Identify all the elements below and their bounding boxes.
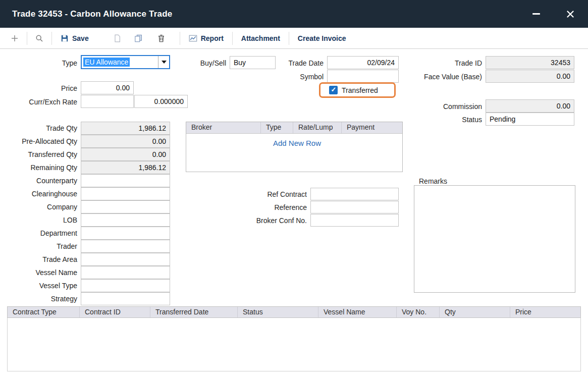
broker-conf-no-field[interactable] (310, 214, 399, 227)
contract-id-col-header: Contract ID (80, 307, 150, 317)
trade-form: Type EU Allowance Buy/Sell Buy Trade Dat… (0, 49, 588, 378)
lob-label: LOB (0, 215, 77, 225)
trade-id-label: Trade ID (404, 59, 482, 68)
transferred-checkbox[interactable] (329, 86, 338, 94)
remaining-qty-field: 1,986.12 (81, 161, 170, 174)
close-button[interactable] (565, 9, 576, 20)
save-label: Save (72, 34, 89, 42)
save-icon (61, 34, 69, 42)
minimize-icon (532, 13, 540, 15)
trash-icon (157, 34, 165, 42)
trade-area-field[interactable] (81, 253, 170, 266)
ref-contract-label: Ref Contract (212, 190, 307, 199)
company-field[interactable] (81, 200, 170, 213)
copy-button[interactable] (131, 32, 146, 45)
company-label: Company (0, 202, 77, 211)
vessel-name-col-header: Vessel Name (318, 307, 397, 317)
add-button[interactable] (7, 32, 22, 45)
toolbar-separator (289, 32, 289, 45)
contracts-table-header: Contract Type Contract ID Transferred Da… (7, 306, 581, 318)
clearinghouse-field[interactable] (81, 187, 170, 200)
price-col-header: Price (510, 307, 580, 317)
broker-table-header: Broker Type Rate/Lump Payment (186, 122, 402, 134)
transferred-highlight-ring: Transferred (319, 82, 396, 98)
plus-icon (11, 34, 19, 42)
window-title: Trade 32453 - Carbon Allowance Trade (12, 9, 172, 19)
vessel-type-label: Vessel Type (0, 281, 77, 290)
pre-allocated-qty-label: Pre-Allocated Qty (0, 137, 77, 146)
strategy-field[interactable] (81, 292, 170, 305)
remarks-textarea[interactable] (414, 185, 575, 293)
department-label: Department (0, 229, 77, 238)
close-icon (566, 10, 574, 18)
reference-field[interactable] (310, 201, 399, 213)
status-label: Status (404, 115, 482, 124)
symbol-label: Symbol (262, 72, 324, 81)
title-bar: Trade 32453 - Carbon Allowance Trade (0, 0, 588, 28)
symbol-field[interactable] (327, 70, 399, 83)
attachment-label: Attachment (241, 34, 280, 42)
counterparty-label: Counterparty (0, 176, 77, 185)
ref-contract-field[interactable] (310, 188, 399, 200)
commission-label: Commission (404, 102, 482, 111)
add-new-row-link[interactable]: Add New Row (186, 134, 321, 147)
counterparty-field[interactable] (81, 174, 170, 187)
type-label: Type (0, 59, 77, 68)
strategy-label: Strategy (0, 294, 77, 303)
attachment-button[interactable]: Attachment (237, 32, 284, 45)
toolbar: Save Report Attachment Create Invoice (0, 28, 588, 49)
report-chart-icon (189, 34, 197, 42)
contract-type-col-header: Contract Type (8, 307, 80, 317)
trader-field[interactable] (81, 240, 170, 253)
payment-col-header: Payment (342, 122, 402, 133)
copy-icon (134, 34, 142, 42)
create-invoice-label: Create Invoice (298, 34, 346, 42)
delete-button[interactable] (154, 32, 169, 45)
vessel-name-field[interactable] (81, 266, 170, 279)
exch-rate-field[interactable]: 0.000000 (134, 95, 188, 108)
toolbar-separator (27, 32, 27, 45)
type-dropdown[interactable]: EU Allowance (81, 55, 170, 69)
status-col-header: Status (238, 307, 318, 317)
search-button[interactable] (32, 32, 47, 45)
remarks-label: Remarks (419, 177, 469, 186)
transferred-qty-field: 0.00 (81, 148, 170, 161)
remaining-qty-label: Remaining Qty (0, 163, 77, 172)
department-field[interactable] (81, 227, 170, 240)
contracts-table-body (7, 318, 581, 371)
curr-exch-rate-label: Curr/Exch Rate (0, 97, 77, 106)
broker-col-header: Broker (186, 122, 261, 133)
new-document-button[interactable] (110, 32, 125, 45)
create-invoice-button[interactable]: Create Invoice (294, 32, 350, 45)
trader-label: Trader (0, 242, 77, 251)
status-field[interactable]: Pending (486, 113, 574, 126)
save-button[interactable]: Save (57, 32, 93, 45)
vessel-name-label: Vessel Name (0, 268, 77, 277)
transferred-qty-label: Transferred Qty (0, 150, 77, 159)
vessel-type-field[interactable] (81, 279, 170, 292)
trade-qty-field: 1,986.12 (81, 122, 170, 135)
trade-date-label: Trade Date (262, 59, 324, 68)
broker-conf-no-label: Broker Conf No. (212, 216, 307, 225)
curr-field[interactable] (81, 95, 134, 108)
search-icon (35, 34, 43, 42)
lob-field[interactable] (81, 213, 170, 227)
commission-field: 0.00 (486, 99, 574, 113)
report-label: Report (201, 34, 224, 42)
toolbar-separator (51, 32, 52, 45)
document-icon (114, 34, 121, 42)
face-value-label: Face Value (Base) (399, 72, 482, 81)
face-value-field: 0.00 (486, 70, 574, 83)
broker-table: Broker Type Rate/Lump Payment Add New Ro… (186, 122, 403, 172)
voy-no-col-header: Voy No. (397, 307, 440, 317)
price-field[interactable]: 0.00 (81, 81, 134, 94)
transferred-date-col-header: Transferred Date (150, 307, 238, 317)
type-col-header: Type (261, 122, 293, 133)
toolbar-separator (180, 32, 180, 45)
trade-qty-label: Trade Qty (0, 124, 77, 133)
minimize-button[interactable] (530, 9, 542, 20)
toolbar-separator (232, 32, 233, 45)
report-button[interactable]: Report (185, 32, 228, 45)
trade-date-field[interactable]: 02/09/24 (327, 56, 399, 69)
trade-area-label: Trade Area (0, 255, 77, 264)
